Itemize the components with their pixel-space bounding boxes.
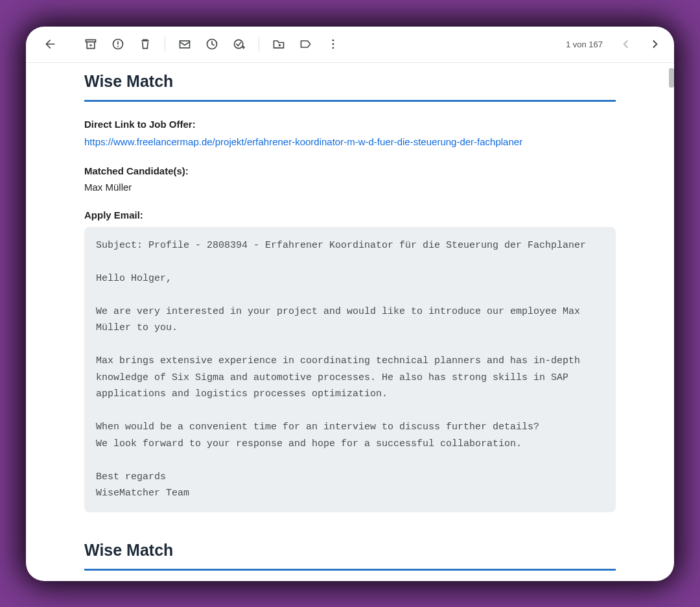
svg-point-6 xyxy=(332,40,334,42)
add-task-icon xyxy=(233,38,246,51)
clock-icon xyxy=(205,38,218,51)
email-toolbar: 1 von 167 xyxy=(26,27,674,63)
svg-rect-3 xyxy=(180,41,190,48)
section-title: Wise Match xyxy=(84,63,616,102)
email-client-window: 1 von 167 Wise Match Direct Link to Job … xyxy=(26,27,674,581)
snooze-button[interactable] xyxy=(199,31,225,57)
prev-button[interactable] xyxy=(613,31,639,57)
job-offer-link[interactable]: https://www.freelancermap.de/projekt/erf… xyxy=(84,135,616,149)
spam-button[interactable] xyxy=(105,31,131,57)
apply-email-body: Subject: Profile - 2808394 - Erfahrener … xyxy=(84,227,616,512)
email-body-scroll[interactable]: Wise Match Direct Link to Job Offer: htt… xyxy=(26,63,674,581)
trash-icon xyxy=(139,38,152,51)
svg-point-7 xyxy=(332,43,334,45)
label-button[interactable] xyxy=(293,31,319,57)
archive-button[interactable] xyxy=(78,31,104,57)
chevron-right-icon xyxy=(648,38,661,51)
section-title: Wise Match xyxy=(84,532,616,571)
mark-unread-button[interactable] xyxy=(172,31,198,57)
label-icon xyxy=(299,38,312,51)
matched-label: Matched Candidate(s): xyxy=(84,165,616,176)
move-folder-icon xyxy=(272,38,285,51)
move-to-button[interactable] xyxy=(266,31,292,57)
toolbar-separator xyxy=(259,37,259,51)
add-task-button[interactable] xyxy=(226,31,252,57)
mail-unread-icon xyxy=(178,38,191,51)
svg-point-2 xyxy=(117,46,119,47)
svg-point-5 xyxy=(235,40,243,48)
candidate-name: Max Müller xyxy=(84,182,616,193)
chevron-left-icon xyxy=(620,38,633,51)
next-button[interactable] xyxy=(642,31,668,57)
more-button[interactable] xyxy=(320,31,346,57)
more-vert-icon xyxy=(327,38,340,51)
back-button[interactable] xyxy=(38,31,64,57)
svg-point-8 xyxy=(332,47,334,49)
link-label: Direct Link to Job Offer: xyxy=(84,119,616,130)
delete-button[interactable] xyxy=(132,31,158,57)
toolbar-separator xyxy=(165,37,165,51)
scrollbar-thumb[interactable] xyxy=(669,68,674,88)
report-spam-icon xyxy=(111,38,124,51)
page-counter: 1 von 167 xyxy=(566,40,603,49)
arrow-left-icon xyxy=(44,38,57,51)
apply-email-label: Apply Email: xyxy=(84,209,616,220)
archive-icon xyxy=(84,38,97,51)
